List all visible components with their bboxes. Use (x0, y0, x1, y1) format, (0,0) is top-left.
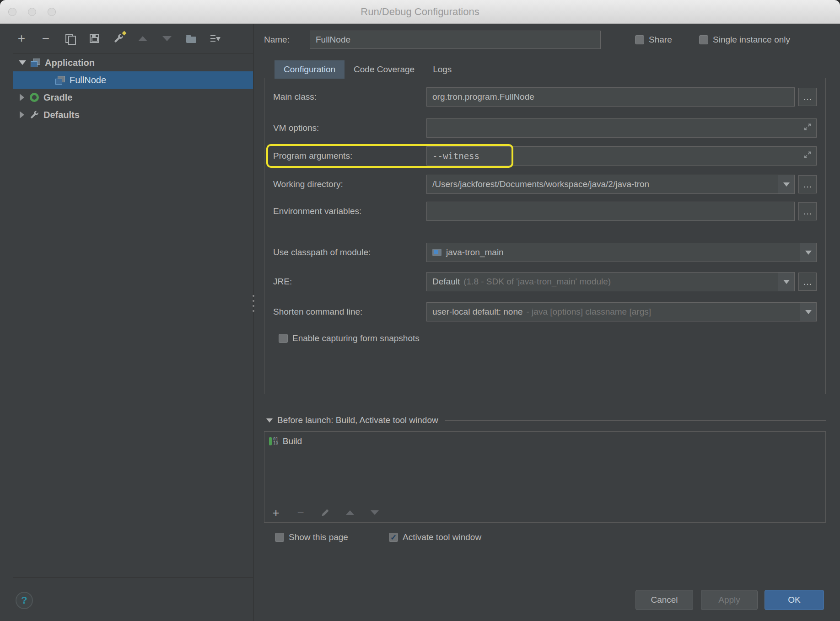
tree-node-label: FullNode (70, 75, 106, 86)
single-instance-checkbox-group[interactable]: Single instance only (699, 31, 790, 49)
move-up-icon[interactable] (137, 32, 149, 44)
capture-snapshots-label: Enable capturing form snapshots (292, 333, 420, 343)
add-task-icon[interactable]: + (270, 507, 282, 519)
configuration-panel: Main class: org.tron.program.FullNode … … (264, 78, 826, 394)
module-icon (432, 249, 442, 256)
copy-icon (65, 34, 75, 43)
environment-variables-label: Environment variables: (273, 206, 426, 216)
jre-label: JRE: (273, 277, 426, 287)
move-task-down-icon[interactable] (369, 507, 381, 519)
main-class-value: org.tron.program.FullNode (432, 92, 534, 102)
show-this-page-checkbox-group[interactable]: Show this page (275, 528, 348, 546)
application-icon (55, 76, 65, 85)
configurations-sidebar: + − Application FullNode (0, 24, 253, 621)
show-this-page-checkbox[interactable] (275, 533, 284, 542)
tab-code-coverage[interactable]: Code Coverage (345, 60, 424, 79)
before-launch-item-build[interactable]: 01 10 Build (264, 432, 825, 451)
wrench-icon (113, 33, 124, 43)
name-input[interactable]: FullNode (310, 31, 601, 49)
expand-field-icon[interactable] (803, 151, 812, 161)
shorten-command-line-label: Shorten command line: (273, 307, 426, 317)
copy-configuration-icon[interactable] (64, 32, 76, 44)
activate-tool-window-checkbox-group[interactable]: ✓ Activate tool window (389, 528, 481, 546)
show-this-page-label: Show this page (289, 532, 348, 542)
remove-configuration-icon[interactable]: − (40, 32, 52, 44)
tree-node-defaults[interactable]: Defaults (13, 106, 253, 123)
chevron-down-icon (371, 510, 379, 515)
activate-tool-window-label: Activate tool window (403, 532, 481, 542)
dropdown-arrow-icon[interactable] (778, 273, 794, 291)
cancel-button[interactable]: Cancel (635, 590, 693, 610)
save-icon (90, 34, 99, 43)
before-launch-header[interactable]: Before launch: Build, Activate tool wind… (266, 412, 826, 428)
capture-snapshots-checkbox[interactable] (279, 334, 288, 343)
main-class-row: Main class: org.tron.program.FullNode … (273, 87, 817, 107)
edit-task-icon[interactable] (319, 507, 331, 519)
jre-hint: (1.8 - SDK of 'java-tron_main' module) (463, 277, 611, 287)
sidebar-toolbar: + − (16, 27, 221, 49)
tree-node-fullnode[interactable]: FullNode (13, 71, 253, 89)
tab-bar: Configuration Code Coverage Logs (275, 60, 461, 79)
edit-templates-icon[interactable] (113, 32, 124, 44)
sort-configurations-icon[interactable] (210, 32, 221, 44)
run-debug-configurations-dialog: Run/Debug Configurations + − Application (0, 0, 840, 621)
program-arguments-input[interactable]: --witness (426, 146, 817, 166)
dropdown-arrow-icon[interactable] (800, 303, 816, 321)
remove-task-icon[interactable]: − (295, 507, 307, 519)
before-launch-panel: 01 10 Build + − (264, 431, 826, 523)
shorten-command-line-combo[interactable]: user-local default: none - java [options… (426, 302, 817, 321)
add-configuration-icon[interactable]: + (16, 32, 27, 44)
save-configuration-icon[interactable] (88, 32, 100, 44)
before-launch-toolbar: + − (270, 507, 381, 519)
expanded-arrow-icon[interactable] (266, 418, 273, 423)
jre-browse-button[interactable]: … (798, 273, 817, 291)
expand-field-icon[interactable] (803, 123, 812, 134)
tree-node-gradle[interactable]: Gradle (13, 89, 253, 106)
titlebar[interactable]: Run/Debug Configurations (0, 0, 840, 24)
share-checkbox-group[interactable]: Share (635, 31, 672, 49)
environment-variables-browse-button[interactable]: … (798, 202, 817, 220)
help-button[interactable]: ? (16, 592, 33, 609)
apply-button[interactable]: Apply (701, 590, 758, 610)
expanded-arrow-icon[interactable] (19, 60, 26, 65)
working-directory-browse-button[interactable]: … (798, 175, 817, 193)
share-label: Share (649, 35, 672, 45)
tab-logs[interactable]: Logs (424, 60, 461, 79)
ok-button[interactable]: OK (765, 590, 824, 610)
working-directory-combo[interactable]: /Users/jackforest/Documents/workspace/ja… (426, 175, 795, 194)
working-directory-value: /Users/jackforest/Documents/workspace/ja… (432, 179, 649, 189)
shorten-command-line-row: Shorten command line: user-local default… (273, 302, 817, 321)
jre-row: JRE: Default (1.8 - SDK of 'java-tron_ma… (273, 272, 817, 291)
tab-configuration[interactable]: Configuration (275, 60, 345, 79)
zoom-button[interactable] (48, 8, 56, 16)
classpath-module-label: Use classpath of module: (273, 247, 426, 257)
dropdown-arrow-icon[interactable] (778, 175, 794, 193)
window-title: Run/Debug Configurations (361, 6, 479, 18)
tree-node-application[interactable]: Application (13, 54, 253, 71)
move-down-icon[interactable] (161, 32, 173, 44)
single-instance-checkbox[interactable] (699, 35, 708, 44)
main-class-input[interactable]: org.tron.program.FullNode (426, 87, 795, 107)
main-class-browse-button[interactable]: … (798, 88, 817, 106)
folder-icon (186, 37, 196, 43)
close-button[interactable] (8, 8, 16, 16)
collapsed-arrow-icon[interactable] (20, 111, 24, 118)
collapsed-arrow-icon[interactable] (20, 94, 24, 101)
new-folder-icon[interactable] (185, 32, 197, 44)
working-directory-row: Working directory: /Users/jackforest/Doc… (273, 175, 817, 194)
vm-options-input[interactable] (426, 118, 817, 138)
before-launch-item-label: Build (283, 436, 302, 446)
environment-variables-row: Environment variables: … (273, 202, 817, 221)
shorten-command-line-hint: - java [options] classname [args] (527, 307, 651, 317)
jre-value: Default (432, 277, 460, 287)
dropdown-arrow-icon[interactable] (800, 243, 816, 262)
environment-variables-input[interactable] (426, 202, 795, 221)
working-directory-label: Working directory: (273, 179, 426, 189)
jre-combo[interactable]: Default (1.8 - SDK of 'java-tron_main' m… (426, 272, 795, 291)
move-task-up-icon[interactable] (344, 507, 356, 519)
activate-tool-window-checkbox[interactable]: ✓ (389, 533, 398, 542)
share-checkbox[interactable] (635, 35, 644, 44)
classpath-module-combo[interactable]: java-tron_main (426, 243, 817, 262)
minimize-button[interactable] (28, 8, 36, 16)
before-launch-title: Before launch: Build, Activate tool wind… (277, 415, 438, 425)
